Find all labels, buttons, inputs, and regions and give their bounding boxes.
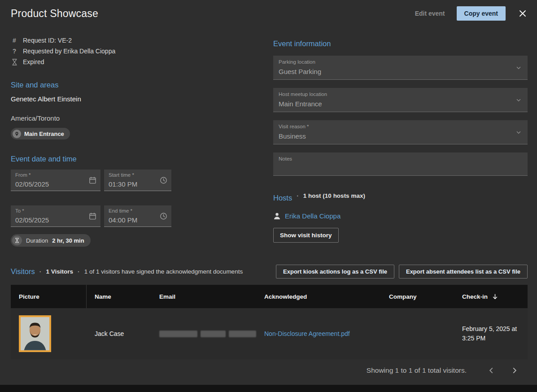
- left-column: # Request ID: VE-2 ? Requested by Erika …: [11, 35, 262, 247]
- visit-reason-label: Visit reason *: [279, 124, 309, 129]
- status-row: Expired: [11, 57, 262, 67]
- acknowledgment-summary: 1 of 1 visitors have signed the acknowle…: [84, 268, 243, 275]
- hosts-header: Hosts 1 host (10 hosts max): [273, 189, 528, 202]
- request-id-row: # Request ID: VE-2: [11, 35, 262, 46]
- column-header-acknowledged[interactable]: Acknowledged: [256, 285, 381, 308]
- hosts-heading: Hosts: [273, 194, 292, 202]
- requested-by-row: ? Requested by Erika Della Cioppa: [11, 46, 262, 57]
- duration-value: 2 hr, 30 min: [52, 237, 84, 244]
- site-areas-heading: Site and areas: [11, 81, 262, 89]
- export-buttons: Export kiosk actions log as a CSV file E…: [276, 265, 528, 279]
- export-absent-list-button[interactable]: Export absent attendees list as a CSV fi…: [399, 265, 528, 279]
- host-link[interactable]: Erika Della Cioppa: [285, 212, 341, 220]
- table-footer: Showing 1 to 1 of 1 total visitors.: [11, 359, 528, 382]
- visitor-email-cell: [151, 331, 256, 337]
- visitor-row[interactable]: Jack Case Non-Disclosure Agreement.pdf F…: [11, 308, 528, 359]
- visitor-acknowledged-cell: Non-Disclosure Agreement.pdf: [256, 330, 381, 337]
- to-date-field[interactable]: To * 02/05/2025: [11, 205, 100, 227]
- event-details-modal: Product Showcase Edit event Copy event #…: [0, 0, 537, 392]
- duration-badge: Duration 2 hr, 30 min: [11, 234, 91, 247]
- from-date-value: 02/05/2025: [15, 180, 49, 188]
- host-meetup-location-label: Host meetup location: [279, 91, 327, 97]
- calendar-icon: [89, 176, 96, 184]
- separator-dot: [78, 268, 80, 276]
- area-badge-label: Main Entrance: [24, 131, 64, 137]
- column-header-label: Name: [95, 293, 111, 300]
- calendar-icon: [89, 212, 96, 220]
- title-bar-actions: Edit event Copy event: [415, 6, 528, 21]
- column-header-label: Email: [159, 293, 175, 300]
- show-visit-history-button[interactable]: Show visit history: [273, 228, 339, 243]
- parking-location-select[interactable]: Parking location Guest Parking: [273, 56, 528, 80]
- chevron-down-icon: [515, 97, 522, 103]
- host-meetup-location-value: Main Entrance: [279, 100, 322, 108]
- from-date-field[interactable]: From * 02/05/2025: [11, 170, 100, 191]
- start-time-field[interactable]: Start time * 01:30 PM: [104, 170, 171, 191]
- edit-event-button[interactable]: Edit event: [415, 10, 445, 17]
- start-time-label: Start time *: [109, 172, 134, 178]
- site-name: Genetec Albert Einstein: [11, 95, 262, 103]
- visitors-count: 1 Visitors: [46, 268, 73, 275]
- visitor-picture-cell: [11, 315, 87, 352]
- next-page-button[interactable]: [509, 365, 520, 376]
- copy-event-button[interactable]: Copy event: [457, 6, 506, 21]
- chevron-right-icon: [511, 366, 519, 375]
- parking-location-value: Guest Parking: [279, 68, 321, 75]
- column-header-name[interactable]: Name: [87, 285, 151, 308]
- visitor-photo[interactable]: [19, 315, 51, 352]
- checkin-time: 3:25 PM: [462, 334, 523, 343]
- close-button[interactable]: [517, 8, 528, 19]
- to-date-value: 02/05/2025: [15, 216, 49, 224]
- prev-page-button[interactable]: [485, 365, 497, 376]
- acknowledged-document-link[interactable]: Non-Disclosure Agreement.pdf: [264, 330, 350, 337]
- page-title: Product Showcase: [11, 8, 98, 20]
- visitors-header: Visitors 1 Visitors 1 of 1 visitors have…: [11, 265, 528, 279]
- column-header-label: Check-in: [462, 293, 488, 300]
- table-header: Picture Name Email Acknowledged Company …: [11, 285, 528, 308]
- visitor-email-redacted: [159, 331, 256, 337]
- column-header-company[interactable]: Company: [381, 285, 454, 308]
- column-header-picture[interactable]: Picture: [11, 285, 87, 308]
- visitor-avatar: [21, 316, 49, 351]
- column-header-checkin[interactable]: Check-in: [454, 285, 528, 308]
- column-header-label: Acknowledged: [264, 293, 307, 300]
- title-bar: Product Showcase Edit event Copy event: [0, 0, 537, 21]
- start-time-value: 01:30 PM: [109, 180, 137, 188]
- column-header-email[interactable]: Email: [151, 285, 256, 308]
- from-date-label: From *: [15, 172, 31, 178]
- chevron-left-icon: [487, 366, 495, 375]
- date-time-grid: From * 02/05/2025 Start time * 01:30 PM …: [11, 170, 262, 227]
- end-time-value: 04:00 PM: [109, 216, 137, 224]
- end-time-field[interactable]: End time * 04:00 PM: [104, 205, 171, 227]
- content-columns: # Request ID: VE-2 ? Requested by Erika …: [0, 35, 537, 247]
- visit-reason-select[interactable]: Visit reason * Business: [273, 120, 528, 144]
- visitor-checkin-cell: February 5, 2025 at 3:25 PM: [454, 324, 528, 343]
- column-header-label: Company: [389, 293, 417, 300]
- hourglass-icon: [11, 59, 18, 65]
- host-meetup-location-select[interactable]: Host meetup location Main Entrance: [273, 88, 528, 112]
- separator-dot: [39, 268, 42, 276]
- chevron-down-icon: [515, 129, 522, 135]
- area-badge: Main Entrance: [11, 128, 70, 139]
- export-kiosk-log-button[interactable]: Export kiosk actions log as a CSV file: [276, 265, 394, 279]
- notes-field[interactable]: Notes: [273, 152, 528, 176]
- notes-label: Notes: [279, 156, 292, 161]
- close-icon: [518, 9, 527, 18]
- bottom-band: [0, 385, 537, 392]
- event-datetime-heading: Event date and time: [11, 155, 262, 163]
- parking-location-label: Parking location: [279, 59, 315, 65]
- pagination-summary: Showing 1 to 1 of 1 total visitors.: [367, 366, 467, 375]
- clock-icon: [160, 176, 167, 184]
- person-icon: [273, 212, 281, 220]
- request-id-text: Request ID: VE-2: [23, 37, 72, 44]
- visitors-title-group: Visitors 1 Visitors 1 of 1 visitors have…: [11, 267, 243, 276]
- visitors-heading: Visitors: [11, 267, 35, 276]
- event-information-heading: Event information: [273, 39, 528, 48]
- chevron-down-icon: [515, 65, 522, 71]
- location-pin-icon: [13, 130, 21, 138]
- hosts-summary: 1 host (10 hosts max): [303, 192, 365, 199]
- column-header-label: Picture: [19, 293, 39, 300]
- separator-dot: [297, 192, 299, 200]
- duration-label: Duration: [26, 237, 48, 244]
- right-column: Event information Parking location Guest…: [273, 35, 528, 247]
